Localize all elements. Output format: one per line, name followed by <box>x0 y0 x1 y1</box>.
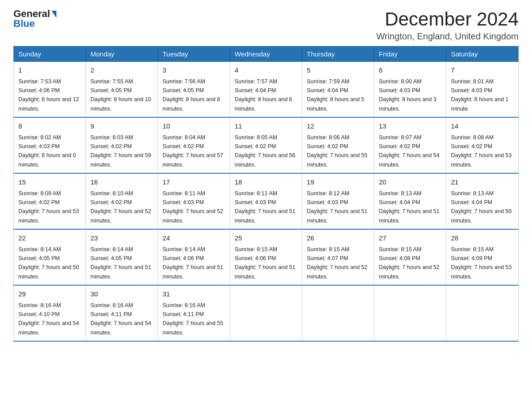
day-info: Sunrise: 8:11 AMSunset: 4:03 PMDaylight:… <box>163 190 223 224</box>
day-info: Sunrise: 8:15 AMSunset: 4:07 PMDaylight:… <box>307 246 368 280</box>
column-header-wednesday: Wednesday <box>230 47 302 62</box>
day-number: 17 <box>163 177 225 188</box>
calendar-week-3: 15 Sunrise: 8:09 AMSunset: 4:02 PMDaylig… <box>14 173 519 229</box>
calendar-cell: 19 Sunrise: 8:12 AMSunset: 4:03 PMDaylig… <box>302 173 374 229</box>
day-number: 21 <box>451 177 514 188</box>
day-info: Sunrise: 8:14 AMSunset: 4:05 PMDaylight:… <box>18 246 79 280</box>
day-number: 23 <box>90 233 153 244</box>
calendar-cell: 23 Sunrise: 8:14 AMSunset: 4:05 PMDaylig… <box>86 229 158 285</box>
calendar-table: SundayMondayTuesdayWednesdayThursdayFrid… <box>13 46 519 342</box>
calendar-week-2: 8 Sunrise: 8:02 AMSunset: 4:03 PMDayligh… <box>14 117 519 173</box>
day-info: Sunrise: 8:16 AMSunset: 4:11 PMDaylight:… <box>90 302 151 336</box>
day-number: 8 <box>18 121 81 132</box>
day-info: Sunrise: 8:05 AMSunset: 4:02 PMDaylight:… <box>235 134 296 168</box>
calendar-cell: 24 Sunrise: 8:14 AMSunset: 4:06 PMDaylig… <box>158 229 230 285</box>
calendar-cell <box>446 285 519 341</box>
day-info: Sunrise: 8:02 AMSunset: 4:03 PMDaylight:… <box>18 134 76 168</box>
calendar-cell: 15 Sunrise: 8:09 AMSunset: 4:02 PMDaylig… <box>14 173 86 229</box>
day-info: Sunrise: 8:14 AMSunset: 4:06 PMDaylight:… <box>163 246 223 280</box>
day-info: Sunrise: 7:56 AMSunset: 4:05 PMDaylight:… <box>163 78 220 112</box>
day-number: 27 <box>379 233 442 244</box>
calendar-cell: 27 Sunrise: 8:15 AMSunset: 4:08 PMDaylig… <box>374 229 446 285</box>
main-title: December 2024 <box>376 9 519 30</box>
column-header-sunday: Sunday <box>14 47 86 62</box>
day-number: 6 <box>379 65 442 76</box>
day-number: 22 <box>18 233 81 244</box>
day-number: 19 <box>307 177 369 188</box>
day-number: 18 <box>235 177 297 188</box>
day-info: Sunrise: 8:13 AMSunset: 4:04 PMDaylight:… <box>379 190 440 224</box>
calendar-cell: 31 Sunrise: 8:16 AMSunset: 4:11 PMDaylig… <box>158 285 230 341</box>
calendar-week-1: 1 Sunrise: 7:53 AMSunset: 4:06 PMDayligh… <box>14 62 519 118</box>
day-number: 16 <box>90 177 153 188</box>
day-info: Sunrise: 8:08 AMSunset: 4:02 PMDaylight:… <box>451 134 512 168</box>
logo: General Blue <box>13 9 56 29</box>
day-info: Sunrise: 8:09 AMSunset: 4:02 PMDaylight:… <box>18 190 79 224</box>
logo-blue-text: Blue <box>13 19 35 29</box>
calendar-cell: 2 Sunrise: 7:55 AMSunset: 4:05 PMDayligh… <box>86 62 158 118</box>
day-info: Sunrise: 8:15 AMSunset: 4:09 PMDaylight:… <box>451 246 512 280</box>
day-number: 2 <box>90 65 153 76</box>
day-number: 20 <box>379 177 442 188</box>
day-number: 10 <box>163 121 225 132</box>
day-info: Sunrise: 8:01 AMSunset: 4:03 PMDaylight:… <box>451 78 509 112</box>
calendar-cell: 17 Sunrise: 8:11 AMSunset: 4:03 PMDaylig… <box>158 173 230 229</box>
day-number: 7 <box>451 65 514 76</box>
calendar-week-4: 22 Sunrise: 8:14 AMSunset: 4:05 PMDaylig… <box>14 229 519 285</box>
day-info: Sunrise: 8:14 AMSunset: 4:05 PMDaylight:… <box>90 246 151 280</box>
calendar-cell: 21 Sunrise: 8:13 AMSunset: 4:04 PMDaylig… <box>446 173 519 229</box>
day-info: Sunrise: 7:59 AMSunset: 4:04 PMDaylight:… <box>307 78 365 112</box>
day-number: 26 <box>307 233 369 244</box>
calendar-cell: 11 Sunrise: 8:05 AMSunset: 4:02 PMDaylig… <box>230 117 302 173</box>
day-info: Sunrise: 8:16 AMSunset: 4:11 PMDaylight:… <box>163 302 223 336</box>
calendar-cell: 18 Sunrise: 8:11 AMSunset: 4:03 PMDaylig… <box>230 173 302 229</box>
day-info: Sunrise: 8:03 AMSunset: 4:02 PMDaylight:… <box>90 134 151 168</box>
day-info: Sunrise: 7:55 AMSunset: 4:05 PMDaylight:… <box>90 78 151 112</box>
title-block: December 2024 Wrington, England, United … <box>376 9 519 42</box>
calendar-cell <box>230 285 302 341</box>
column-header-friday: Friday <box>374 47 446 62</box>
day-info: Sunrise: 8:11 AMSunset: 4:03 PMDaylight:… <box>235 190 296 224</box>
calendar-header-row: SundayMondayTuesdayWednesdayThursdayFrid… <box>14 47 519 62</box>
calendar-cell <box>302 285 374 341</box>
calendar-cell: 7 Sunrise: 8:01 AMSunset: 4:03 PMDayligh… <box>446 62 519 118</box>
calendar-cell <box>374 285 446 341</box>
calendar-cell: 10 Sunrise: 8:04 AMSunset: 4:02 PMDaylig… <box>158 117 230 173</box>
day-number: 31 <box>163 289 225 300</box>
calendar-cell: 9 Sunrise: 8:03 AMSunset: 4:02 PMDayligh… <box>86 117 158 173</box>
calendar-cell: 1 Sunrise: 7:53 AMSunset: 4:06 PMDayligh… <box>14 62 86 118</box>
day-info: Sunrise: 8:15 AMSunset: 4:06 PMDaylight:… <box>235 246 296 280</box>
day-info: Sunrise: 8:06 AMSunset: 4:02 PMDaylight:… <box>307 134 368 168</box>
day-number: 29 <box>18 289 81 300</box>
calendar-cell: 25 Sunrise: 8:15 AMSunset: 4:06 PMDaylig… <box>230 229 302 285</box>
calendar-cell: 12 Sunrise: 8:06 AMSunset: 4:02 PMDaylig… <box>302 117 374 173</box>
calendar-cell: 14 Sunrise: 8:08 AMSunset: 4:02 PMDaylig… <box>446 117 519 173</box>
day-info: Sunrise: 8:15 AMSunset: 4:08 PMDaylight:… <box>379 246 440 280</box>
day-info: Sunrise: 7:53 AMSunset: 4:06 PMDaylight:… <box>18 78 79 112</box>
calendar-cell: 30 Sunrise: 8:16 AMSunset: 4:11 PMDaylig… <box>86 285 158 341</box>
day-number: 12 <box>307 121 369 132</box>
day-info: Sunrise: 8:16 AMSunset: 4:10 PMDaylight:… <box>18 302 79 336</box>
day-number: 1 <box>18 65 81 76</box>
calendar-week-5: 29 Sunrise: 8:16 AMSunset: 4:10 PMDaylig… <box>14 285 519 341</box>
calendar-cell: 8 Sunrise: 8:02 AMSunset: 4:03 PMDayligh… <box>14 117 86 173</box>
day-info: Sunrise: 8:12 AMSunset: 4:03 PMDaylight:… <box>307 190 368 224</box>
day-number: 13 <box>379 121 442 132</box>
day-number: 15 <box>18 177 81 188</box>
day-number: 28 <box>451 233 514 244</box>
page-header: General Blue December 2024 Wrington, Eng… <box>13 9 519 42</box>
day-number: 11 <box>235 121 297 132</box>
column-header-saturday: Saturday <box>446 47 519 62</box>
calendar-cell: 13 Sunrise: 8:07 AMSunset: 4:02 PMDaylig… <box>374 117 446 173</box>
calendar-cell: 6 Sunrise: 8:00 AMSunset: 4:03 PMDayligh… <box>374 62 446 118</box>
day-number: 30 <box>90 289 153 300</box>
day-info: Sunrise: 8:04 AMSunset: 4:02 PMDaylight:… <box>163 134 223 168</box>
subtitle: Wrington, England, United Kingdom <box>376 31 519 42</box>
calendar-cell: 28 Sunrise: 8:15 AMSunset: 4:09 PMDaylig… <box>446 229 519 285</box>
day-info: Sunrise: 7:57 AMSunset: 4:04 PMDaylight:… <box>235 78 292 112</box>
calendar-cell: 26 Sunrise: 8:15 AMSunset: 4:07 PMDaylig… <box>302 229 374 285</box>
calendar-cell: 5 Sunrise: 7:59 AMSunset: 4:04 PMDayligh… <box>302 62 374 118</box>
day-number: 25 <box>235 233 297 244</box>
day-number: 9 <box>90 121 153 132</box>
calendar-cell: 16 Sunrise: 8:10 AMSunset: 4:02 PMDaylig… <box>86 173 158 229</box>
